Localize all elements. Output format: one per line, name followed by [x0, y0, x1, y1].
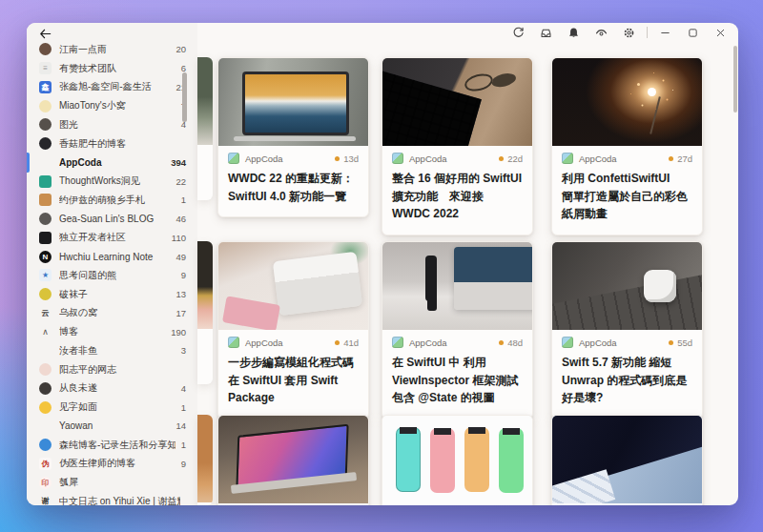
source-favicon: [562, 337, 573, 348]
article-thumbnail: [197, 57, 213, 145]
article-card[interactable]: AppCoda 13d WWDC 22 的重點更新：SwiftUI 4.0 新功…: [217, 57, 369, 217]
article-title: Swift 5.7 新功能 縮短 Unwrap 的程式碼到底是好是壞?: [562, 354, 692, 407]
content-scrollbar[interactable]: [733, 46, 737, 113]
back-button[interactable]: [36, 25, 53, 42]
article-age: 41d: [343, 338, 359, 348]
gear-icon: [623, 27, 635, 39]
article-thumbnail: [197, 415, 213, 502]
article-thumbnail: [218, 58, 368, 146]
unread-dot-icon: [669, 340, 673, 345]
sync-button[interactable]: [505, 24, 532, 41]
unread-dot-icon: [499, 156, 504, 161]
maximize-button[interactable]: [679, 24, 707, 41]
eye-icon: [595, 27, 608, 39]
source-favicon: [228, 153, 239, 164]
unread-dot-icon: [499, 340, 504, 345]
article-card[interactable]: [382, 415, 533, 505]
mark-all-read-icon: [540, 27, 552, 39]
article-age: 27d: [677, 153, 692, 164]
article-card[interactable]: [217, 415, 369, 505]
article-grid: AppCoda 13d WWDC 22 的重點更新：SwiftUI 4.0 新功…: [27, 23, 738, 505]
article-title: 在 SwiftUI 中 利用 ViewInspector 框架測試包含 @Sta…: [392, 354, 523, 407]
settings-button[interactable]: [615, 24, 643, 41]
minimize-button[interactable]: [651, 24, 679, 41]
bell-icon: [567, 27, 580, 39]
source-name: AppCoda: [245, 338, 283, 348]
partial-article-card[interactable]: [197, 57, 213, 200]
notifications-button[interactable]: [560, 24, 588, 41]
article-thumbnail: [382, 416, 532, 503]
hide-read-button[interactable]: [588, 24, 615, 41]
source-name: AppCoda: [409, 153, 447, 164]
minimize-icon: [660, 28, 670, 38]
source-favicon: [392, 337, 403, 348]
selected-feed-accent-bar: [27, 153, 30, 173]
article-title: WWDC 22 的重點更新：SwiftUI 4.0 新功能一覽: [228, 170, 359, 205]
article-card[interactable]: AppCoda 27d 利用 ConfettiSwiftUI 簡單打造屬於自己的…: [551, 57, 703, 235]
source-favicon: [228, 337, 239, 348]
title-bar: [27, 23, 738, 42]
partial-article-card[interactable]: [197, 241, 213, 384]
article-age: 13d: [343, 153, 359, 164]
article-age: 55d: [677, 338, 692, 348]
close-button[interactable]: [707, 24, 734, 41]
sync-icon: [512, 27, 525, 39]
article-card[interactable]: AppCoda 41d 一步步編寫模組化程式碼 在 SwiftUI 套用 Swi…: [217, 241, 369, 419]
unread-dot-icon: [669, 156, 673, 161]
article-thumbnail: [552, 416, 702, 503]
article-card[interactable]: [551, 415, 703, 505]
close-icon: [715, 28, 726, 38]
source-name: AppCoda: [579, 153, 617, 164]
article-title: 利用 ConfettiSwiftUI 簡單打造屬於自己的彩色紙屑動畫: [562, 170, 692, 223]
article-title: 一步步編寫模組化程式碼 在 SwiftUI 套用 Swift Package: [228, 354, 359, 407]
app-window: 江南一点雨 20 ≡ 有赞技术团队 6 鑫 张鑫旭-鑫空间-鑫生活 21 Mia…: [27, 23, 738, 505]
article-thumbnail: [197, 241, 213, 329]
article-thumbnail: [552, 242, 702, 330]
mark-all-read-button[interactable]: [532, 24, 560, 41]
source-name: AppCoda: [409, 338, 447, 348]
article-card[interactable]: AppCoda 48d 在 SwiftUI 中 利用 ViewInspector…: [382, 241, 533, 419]
maximize-icon: [688, 28, 698, 38]
source-favicon: [392, 153, 403, 164]
source-name: AppCoda: [245, 153, 283, 164]
article-card[interactable]: AppCoda 22d 整合 16 個好用的 SwiftUI 擴充功能 來迎接 …: [382, 57, 533, 235]
article-thumbnail: [218, 416, 368, 503]
source-name: AppCoda: [579, 338, 617, 348]
article-thumbnail: [382, 242, 532, 330]
source-favicon: [562, 153, 573, 164]
article-age: 22d: [507, 153, 523, 164]
toolbar: [505, 24, 734, 41]
unread-dot-icon: [335, 340, 340, 345]
article-card[interactable]: AppCoda 55d Swift 5.7 新功能 縮短 Unwrap 的程式碼…: [551, 241, 703, 419]
toolbar-divider: [647, 27, 648, 38]
back-arrow-icon: [38, 27, 52, 41]
article-thumbnail: [552, 58, 702, 146]
article-thumbnail: [218, 242, 368, 330]
partial-article-card[interactable]: [197, 415, 213, 505]
article-age: 48d: [507, 338, 523, 348]
unread-dot-icon: [335, 156, 340, 161]
article-thumbnail: [382, 58, 532, 146]
article-title: 整合 16 個好用的 SwiftUI 擴充功能 來迎接 WWDC 2022: [392, 170, 523, 223]
